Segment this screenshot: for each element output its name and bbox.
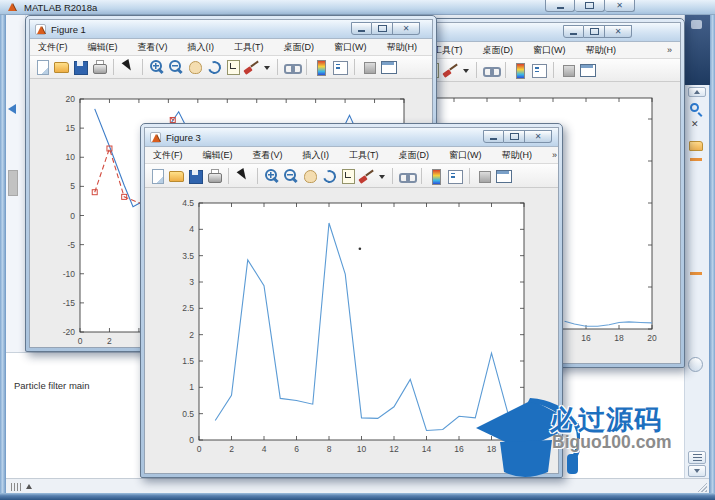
figure3-titlebar[interactable]: Figure 3 — [145, 128, 558, 147]
menu-item-3[interactable]: 插入(I) — [188, 41, 215, 54]
insert-colorbar-icon[interactable] — [512, 62, 528, 78]
print-icon[interactable] — [206, 168, 222, 184]
show-plot-tools-icon[interactable] — [495, 168, 511, 184]
menu-item-1[interactable]: 编辑(E) — [203, 149, 233, 162]
minimize-button[interactable] — [563, 25, 584, 38]
menu-item-4[interactable]: 工具(T) — [349, 149, 379, 162]
toolbar-separator — [469, 168, 470, 184]
brush-icon[interactable] — [359, 168, 375, 184]
hide-plot-tools-icon[interactable] — [560, 62, 576, 78]
open-file-icon[interactable] — [53, 59, 69, 75]
brush-icon[interactable] — [443, 62, 459, 78]
toolbar-separator — [306, 59, 307, 75]
show-plot-tools-icon[interactable] — [579, 62, 595, 78]
link-plots-icon[interactable] — [399, 168, 415, 184]
svg-text:3.5: 3.5 — [182, 251, 194, 261]
docked-panel-tab[interactable] — [685, 15, 710, 85]
caret-icon[interactable] — [263, 59, 271, 75]
insert-legend-icon[interactable] — [332, 59, 348, 75]
zoom-out-icon[interactable] — [283, 168, 299, 184]
brush-icon[interactable] — [244, 59, 260, 75]
menu-item-4[interactable]: 工具(T) — [234, 41, 264, 54]
minimize-button[interactable] — [483, 130, 504, 143]
orange-marker-icon[interactable] — [690, 158, 702, 161]
pan-icon[interactable] — [187, 59, 203, 75]
menu-item-7[interactable]: 帮助(H) — [502, 149, 533, 162]
menu-item-2[interactable]: 查看(V) — [138, 41, 168, 54]
new-file-icon[interactable] — [149, 168, 165, 184]
left-scrollbar-thumb[interactable] — [8, 170, 18, 196]
pan-icon[interactable] — [302, 168, 318, 184]
cursor-arrow-icon[interactable] — [120, 59, 136, 75]
menu-item-7[interactable]: 帮助(H) — [387, 41, 418, 54]
print-icon[interactable] — [91, 59, 107, 75]
menu-item-4[interactable]: 工具(T) — [433, 44, 463, 57]
menu-item-6[interactable]: 窗口(W) — [449, 149, 482, 162]
zoom-in-icon[interactable] — [149, 59, 165, 75]
svg-text:16: 16 — [454, 444, 464, 454]
insert-legend-icon[interactable] — [447, 168, 463, 184]
close-button[interactable] — [525, 130, 552, 143]
insert-legend-icon[interactable] — [531, 62, 547, 78]
round-scroll-button[interactable] — [688, 357, 703, 372]
insert-colorbar-icon[interactable] — [313, 59, 329, 75]
watermark-domain: Biguo100.com — [552, 432, 672, 453]
svg-text:1: 1 — [189, 382, 194, 392]
zoom-in-icon[interactable] — [264, 168, 280, 184]
minimize-button[interactable] — [545, 0, 575, 12]
rotate-3d-icon[interactable] — [321, 168, 337, 184]
command-output-text: Particle filter main — [14, 380, 90, 391]
menu-item-6[interactable]: 窗口(W) — [334, 41, 367, 54]
menu-item-2[interactable]: 查看(V) — [253, 149, 283, 162]
menu-item-5[interactable]: 桌面(D) — [483, 44, 514, 57]
scroll-up-icon[interactable] — [688, 87, 706, 97]
insert-colorbar-icon[interactable] — [428, 168, 444, 184]
new-file-icon[interactable] — [34, 59, 50, 75]
back-arrow-icon[interactable] — [8, 104, 16, 114]
close-button[interactable] — [605, 25, 632, 38]
data-cursor-icon[interactable] — [340, 168, 356, 184]
maximize-button[interactable] — [584, 25, 605, 38]
menu-overflow-icon[interactable]: » — [552, 150, 557, 160]
matlab-titlebar[interactable]: MATLAB R2018a — [0, 0, 715, 15]
data-cursor-icon[interactable] — [225, 59, 241, 75]
menu-item-0[interactable]: 文件(F) — [153, 149, 183, 162]
search-icon[interactable] — [690, 103, 699, 112]
rotate-3d-icon[interactable] — [206, 59, 222, 75]
figure3-toolbar — [145, 164, 558, 188]
screen: MATLAB R2018a Particle filter main ✕ — [0, 0, 715, 500]
save-icon[interactable] — [187, 168, 203, 184]
statusbar-grip-icon[interactable] — [11, 482, 32, 491]
menu-item-0[interactable]: 文件(F) — [38, 41, 68, 54]
show-plot-tools-icon[interactable] — [380, 59, 396, 75]
caret-icon[interactable] — [378, 168, 386, 184]
close-button[interactable] — [605, 0, 635, 12]
menu-overflow-icon[interactable]: » — [667, 45, 672, 55]
minimize-button[interactable] — [351, 22, 372, 35]
maximize-button[interactable] — [575, 0, 605, 12]
menu-item-3[interactable]: 插入(I) — [303, 149, 330, 162]
hide-plot-tools-icon[interactable] — [361, 59, 377, 75]
menu-item-1[interactable]: 编辑(E) — [88, 41, 118, 54]
figure1-titlebar[interactable]: Figure 1 — [30, 20, 432, 39]
menu-item-5[interactable]: 桌面(D) — [399, 149, 430, 162]
maximize-button[interactable] — [372, 22, 393, 35]
link-plots-icon[interactable] — [483, 62, 499, 78]
maximize-button[interactable] — [504, 130, 525, 143]
menu-item-5[interactable]: 桌面(D) — [284, 41, 315, 54]
save-icon[interactable] — [72, 59, 88, 75]
menu-item-6[interactable]: 窗口(W) — [533, 44, 566, 57]
folder-icon[interactable] — [689, 141, 703, 151]
caret-icon[interactable] — [462, 62, 470, 78]
svg-text:-15: -15 — [63, 298, 76, 308]
orange-marker-icon[interactable] — [690, 272, 702, 275]
menu-item-7[interactable]: 帮助(H) — [586, 44, 617, 57]
open-file-icon[interactable] — [168, 168, 184, 184]
link-plots-icon[interactable] — [284, 59, 300, 75]
hide-plot-tools-icon[interactable] — [476, 168, 492, 184]
close-button[interactable] — [393, 22, 420, 35]
cursor-arrow-icon[interactable] — [235, 168, 251, 184]
close-icon[interactable]: ✕ — [691, 119, 699, 129]
svg-text:1.5: 1.5 — [182, 356, 194, 366]
zoom-out-icon[interactable] — [168, 59, 184, 75]
